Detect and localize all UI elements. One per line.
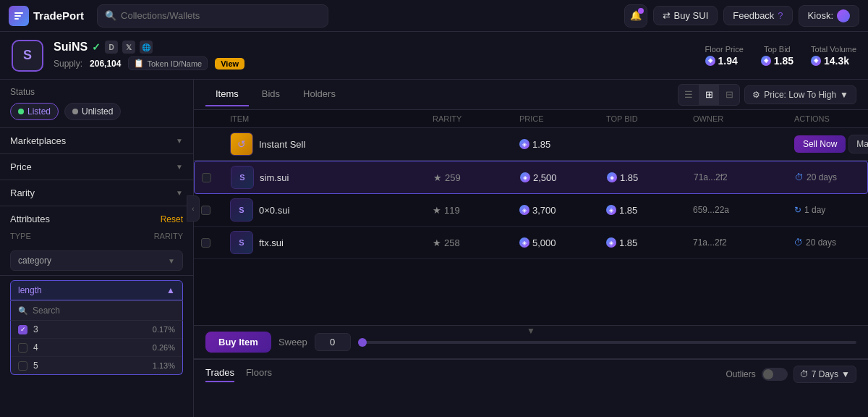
length-dropdown: length ▲ 🔍 ✓ 3 0.17% 4 0.26%	[0, 276, 193, 375]
rarity-row[interactable]: Rarity ▼	[0, 180, 193, 206]
row-checkbox-2[interactable]	[201, 206, 210, 215]
days-select[interactable]: ⏱ 7 Days ▼	[793, 366, 856, 383]
checkbox-4[interactable]	[18, 343, 27, 353]
search-icon-2: 🔍	[18, 306, 28, 316]
price-ftx: ◈ 5,000	[519, 237, 606, 248]
sell-now-button[interactable]: Sell Now	[794, 135, 846, 153]
clock-icon: ⏱	[795, 172, 804, 182]
large-grid-icon[interactable]: ⊟	[719, 85, 739, 105]
tab-floors[interactable]: Floors	[246, 367, 272, 382]
outliers-toggle[interactable]	[762, 368, 788, 381]
item-sim-sui: S sim.sui	[231, 166, 433, 189]
star-icon: ★	[433, 172, 442, 183]
length-search-input[interactable]	[33, 306, 175, 316]
website-icon[interactable]: 🌐	[140, 41, 153, 54]
chevron-down-icon: ▼	[176, 137, 183, 145]
tab-bids[interactable]: Bids	[252, 83, 290, 106]
listed-dot	[18, 109, 24, 114]
bottom-controls: Outliers ⏱ 7 Days ▼	[726, 366, 856, 383]
length-option-4[interactable]: 4 0.26%	[11, 339, 182, 357]
collection-avatar: S	[12, 40, 43, 72]
price-row[interactable]: Price ▼	[0, 154, 193, 180]
separator: ▼	[194, 323, 868, 339]
length-option-5[interactable]: 5 1.13%	[11, 357, 182, 374]
make-offer-button[interactable]: Make Offer	[848, 135, 868, 153]
discord-icon[interactable]: D	[105, 41, 118, 54]
tab-holders[interactable]: Holders	[293, 83, 346, 106]
rarity-col-header: RARITY	[433, 114, 519, 123]
kiosk-button[interactable]: Kiosk:	[799, 5, 859, 27]
kiosk-avatar	[837, 9, 850, 22]
length-options: ✓ 3 0.17% 4 0.26% 5 1.13%	[10, 321, 183, 375]
sui-icon-2: ◈	[761, 56, 771, 66]
total-volume-stat: Total Volume ◈ 14.3k	[811, 45, 856, 67]
price-0x0: ◈ 3,700	[519, 205, 606, 216]
grid-view-icon[interactable]: ⊞	[699, 85, 719, 105]
floor-price-stat: Floor Price ◈ 1.94	[705, 45, 744, 67]
sui-icon-3: ◈	[811, 56, 821, 66]
chevron-down-icon-5: ▼	[840, 90, 848, 100]
top-bid-sim: ◈ 1.85	[607, 172, 694, 183]
top-bid-stat: Top Bid ◈ 1.85	[761, 45, 793, 67]
owner-col-header: OWNER	[693, 114, 794, 123]
chevron-down-icon-4: ▼	[168, 257, 175, 265]
top-bid-0x0: ◈ 1.85	[606, 205, 693, 216]
tabs-bar: Items Bids Holders ☰ ⊞ ⊟ ⚙ Price: Low To…	[194, 80, 868, 110]
sweep-slider[interactable]	[358, 341, 856, 344]
sweep-slider-thumb	[358, 338, 367, 347]
checkbox-5[interactable]	[18, 361, 27, 371]
days-sim: ⏱ 20 days	[795, 172, 868, 182]
sort-icon: ⚙	[752, 90, 760, 100]
item-0x0-sui: S 0×0.sui	[230, 198, 433, 222]
feedback-button[interactable]: Feedback ?	[723, 6, 792, 25]
unlisted-dot	[72, 109, 78, 114]
table-rows: S sim.sui ★ 259 ◈ 2,500 ◈ 1.85 71a...2f2	[194, 161, 868, 259]
status-label: Status	[10, 87, 183, 97]
search-input[interactable]	[121, 10, 320, 21]
collection-info: SuiNS ✓ D 𝕏 🌐 Supply: 206,104 📋 Token ID…	[54, 41, 695, 70]
clock-icon-2: ↻	[794, 205, 801, 215]
reset-button[interactable]: Reset	[161, 214, 183, 224]
length-header[interactable]: length ▲	[10, 280, 183, 300]
global-search[interactable]: 🔍	[97, 4, 328, 28]
supply-label: Supply:	[54, 59, 82, 69]
checkbox-3[interactable]: ✓	[18, 325, 27, 334]
top-bid-col-header: TOP BID	[606, 114, 693, 123]
row-checkbox-1[interactable]	[202, 173, 211, 182]
clock-icon-4: ⏱	[800, 369, 809, 379]
owner-ftx: 71a...2f2	[693, 237, 794, 248]
status-row: Listed Unlisted	[10, 103, 183, 120]
notification-button[interactable]: 🔔	[624, 4, 647, 28]
item-thumb-sim: S	[231, 166, 254, 189]
social-icons: D 𝕏 🌐	[105, 41, 153, 54]
logo[interactable]: TradePort	[9, 6, 84, 26]
sort-dropdown[interactable]: ⚙ Price: Low To High ▼	[744, 85, 856, 104]
list-view-icon[interactable]: ☰	[678, 85, 699, 105]
twitter-icon[interactable]: 𝕏	[122, 41, 135, 54]
chevron-down-icon-6: ▼	[527, 326, 535, 336]
rarity-ftx: ★ 258	[433, 237, 519, 248]
logo-icon	[9, 6, 29, 26]
verified-icon: ✓	[92, 41, 101, 53]
table-row: S sim.sui ★ 259 ◈ 2,500 ◈ 1.85 71a...2f2	[194, 161, 868, 194]
length-option-3[interactable]: ✓ 3 0.17%	[11, 321, 182, 339]
item-thumb-0x0: S	[230, 198, 253, 222]
sidebar-collapse-button[interactable]: ‹	[187, 195, 200, 222]
tab-items[interactable]: Items	[205, 83, 249, 106]
category-select[interactable]: category ▼	[10, 250, 183, 271]
tab-trades[interactable]: Trades	[205, 367, 234, 382]
bottom-section: Trades Floors Outliers ⏱ 7 Days ▼	[194, 359, 868, 417]
row-checkbox-3[interactable]	[201, 238, 210, 248]
unlisted-chip[interactable]: Unlisted	[64, 103, 121, 120]
buy-sui-button[interactable]: ⇄ Buy SUI	[653, 6, 718, 25]
length-search: 🔍	[10, 300, 183, 321]
main-layout: Status Listed Unlisted Marketplaces ▼ Pr…	[0, 80, 868, 417]
table-header: ITEM RARITY PRICE TOP BID OWNER ACTIONS	[194, 110, 868, 128]
instant-sell-row: ↺ Instant Sell ◈ 1.85 Sell Now Make Offe…	[194, 128, 868, 161]
swap-icon: ⇄	[663, 10, 671, 21]
rarity-sim: ★ 259	[433, 172, 520, 183]
view-button[interactable]: View	[215, 58, 244, 70]
listed-chip[interactable]: Listed	[10, 103, 59, 120]
marketplaces-row[interactable]: Marketplaces ▼	[0, 128, 193, 154]
days-0x0: ↻ 1 day	[794, 205, 868, 215]
